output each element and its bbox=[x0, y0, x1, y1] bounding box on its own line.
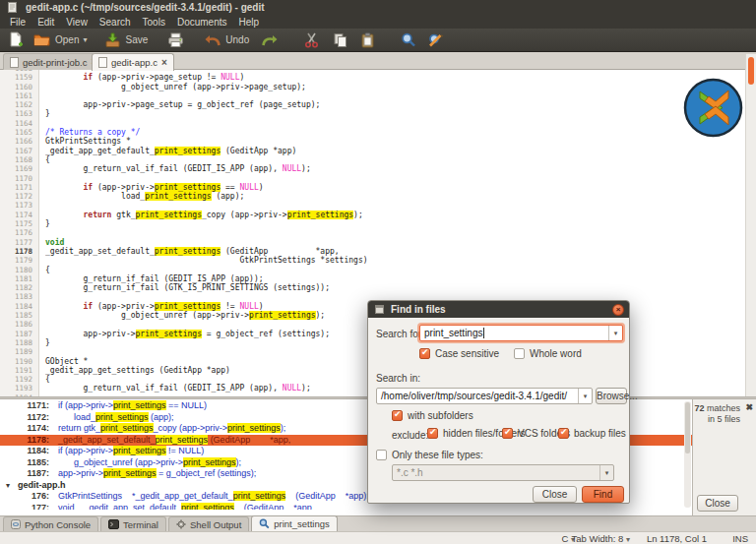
combo-dropdown-button[interactable]: ▾ bbox=[578, 389, 592, 403]
undo-button[interactable]: Undo bbox=[202, 30, 251, 50]
tab-gedit-print-job[interactable]: gedit-print-job.c × bbox=[3, 53, 103, 70]
save-button[interactable]: Save bbox=[102, 30, 150, 50]
dialog-titlebar[interactable]: Find in files × bbox=[368, 301, 629, 318]
code-line[interactable] bbox=[45, 201, 744, 210]
menu-edit[interactable]: Edit bbox=[32, 17, 60, 28]
panel-tab-terminal[interactable]: Terminal bbox=[100, 516, 166, 531]
code-line[interactable]: return gtk_print_settings_copy (app->pri… bbox=[45, 211, 744, 219]
whole-word-option[interactable]: Whole word bbox=[514, 348, 582, 359]
dialog-close-action-button[interactable]: Close bbox=[533, 486, 577, 503]
code-line[interactable]: if (app->priv->page_setup != NULL) bbox=[45, 73, 744, 82]
code-line[interactable]: void bbox=[45, 238, 744, 247]
code-line[interactable]: /* Returns a copy */ bbox=[45, 128, 744, 137]
panel-tab-python-console[interactable]: Python Console bbox=[3, 516, 98, 531]
code-line[interactable]: _gedit_app_set_default_print_settings (G… bbox=[45, 247, 744, 256]
expander-icon[interactable]: ▾ bbox=[6, 480, 18, 492]
result-line-text: void _gedit_app_set_default_print_settin… bbox=[49, 503, 314, 511]
browse-button[interactable]: Browse... bbox=[596, 388, 627, 404]
tab-gedit-app[interactable]: gedit-app.c × bbox=[92, 53, 174, 71]
redo-button[interactable] bbox=[259, 30, 281, 50]
result-line-number: 1178: bbox=[0, 435, 49, 447]
menu-help[interactable]: Help bbox=[232, 17, 265, 28]
code-line[interactable] bbox=[45, 174, 744, 183]
only-file-types-checkbox[interactable] bbox=[376, 450, 387, 460]
combo-dropdown-button[interactable]: ▾ bbox=[608, 326, 622, 340]
editor-scrollbar-thumb[interactable] bbox=[748, 57, 754, 85]
code-line[interactable]: app->priv->page_setup = g_object_ref (pa… bbox=[45, 100, 744, 109]
search-for-combo[interactable]: print_settings ▾ bbox=[419, 325, 623, 341]
new-document-button[interactable] bbox=[6, 30, 26, 50]
find-replace-button[interactable] bbox=[426, 30, 448, 50]
copy-button[interactable] bbox=[331, 30, 350, 50]
code-line[interactable]: { bbox=[45, 266, 744, 274]
panel-tab-shell-output[interactable]: Shell Output bbox=[168, 516, 249, 531]
case-sensitive-option[interactable]: Case sensitive bbox=[419, 348, 499, 359]
tab-width-selector[interactable]: Tab Width: 8 ▾ bbox=[572, 533, 630, 544]
code-line[interactable]: g_return_val_if_fail (GEDIT_IS_APP (app)… bbox=[45, 164, 744, 173]
print-icon bbox=[167, 32, 184, 48]
gear-icon bbox=[176, 519, 186, 529]
case-sensitive-checkbox[interactable] bbox=[419, 348, 430, 359]
find-button[interactable] bbox=[399, 30, 418, 50]
line-number: 1186 bbox=[0, 320, 32, 329]
search-input[interactable]: print_settings bbox=[420, 328, 608, 338]
cut-button[interactable] bbox=[302, 30, 321, 50]
statusbar: C ▾ Tab Width: 8 ▾ Ln 1178, Col 1 INS bbox=[0, 531, 756, 544]
code-line[interactable] bbox=[45, 228, 744, 237]
exclude-vcs-checkbox[interactable] bbox=[502, 428, 513, 439]
results-scrollbar-thumb[interactable] bbox=[685, 402, 690, 453]
search-icon bbox=[259, 518, 270, 529]
code-line[interactable] bbox=[45, 91, 744, 100]
exclude-hidden-checkbox[interactable] bbox=[427, 428, 438, 439]
code-line[interactable]: load_print_settings (app); bbox=[45, 192, 744, 201]
match-count: 72 matches in 5 files bbox=[694, 403, 740, 425]
menu-view[interactable]: View bbox=[60, 17, 94, 28]
titlebar[interactable]: gedit-app.c (~/tmp/sources/gedit-3.4.1/g… bbox=[0, 0, 756, 15]
open-dropdown-caret-icon[interactable]: ▾ bbox=[83, 35, 87, 44]
menu-file[interactable]: File bbox=[4, 17, 32, 28]
menu-tools[interactable]: Tools bbox=[137, 17, 171, 28]
whole-word-checkbox[interactable] bbox=[514, 348, 525, 359]
terminal-icon bbox=[108, 519, 119, 529]
menu-search[interactable]: Search bbox=[94, 17, 137, 28]
dialog-window-icon bbox=[375, 305, 384, 314]
code-line[interactable]: GtkPrintSettings *settings) bbox=[45, 256, 744, 265]
code-line[interactable]: g_return_if_fail (GTK_IS_PRINT_SETTINGS … bbox=[45, 283, 744, 292]
whole-word-label: Whole word bbox=[530, 348, 582, 359]
dialog-find-button[interactable]: Find bbox=[582, 486, 624, 503]
open-button[interactable]: Open ▾ bbox=[32, 30, 89, 50]
menu-documents[interactable]: Documents bbox=[171, 17, 233, 28]
panel-close-icon[interactable]: ✖ bbox=[745, 402, 753, 412]
code-line[interactable]: g_object_unref (app->priv->page_setup); bbox=[45, 83, 744, 91]
exclude-backup-option[interactable]: backup files bbox=[558, 428, 626, 439]
code-line[interactable]: if (app->priv->print_settings == NULL) bbox=[45, 183, 744, 192]
exclude-backup-checkbox[interactable] bbox=[558, 428, 569, 439]
with-subfolders-checkbox[interactable] bbox=[392, 410, 403, 421]
code-line[interactable]: } bbox=[45, 109, 744, 118]
code-line[interactable]: _gedit_app_get_default_print_settings (G… bbox=[45, 147, 744, 155]
result-line-text: return gtk_print_settings_copy (app->pri… bbox=[49, 423, 285, 435]
panel-tab-print-settings-search[interactable]: print_settings bbox=[251, 515, 338, 531]
paste-button[interactable] bbox=[358, 30, 377, 50]
code-line[interactable]: } bbox=[45, 219, 744, 228]
code-line[interactable] bbox=[45, 119, 744, 128]
only-file-types-option[interactable]: Only these file types: bbox=[376, 450, 483, 460]
save-label: Save bbox=[125, 34, 148, 45]
print-button[interactable] bbox=[165, 30, 186, 50]
tab-close-icon[interactable]: × bbox=[161, 58, 167, 68]
result-line-number: 1171: bbox=[0, 400, 49, 412]
editor-scrollbar[interactable] bbox=[745, 54, 756, 396]
insert-mode-indicator: INS bbox=[732, 533, 748, 544]
code-line[interactable]: GtkPrintSettings * bbox=[45, 137, 744, 146]
results-scrollbar[interactable] bbox=[684, 401, 691, 508]
search-path-combo[interactable]: /home/oliver/tmp/sources/gedit-3.4.1/ged… bbox=[376, 388, 593, 404]
code-line[interactable]: g_return_if_fail (GEDIT_IS_APP (app)); bbox=[45, 274, 744, 283]
dialog-close-button[interactable]: × bbox=[612, 304, 624, 316]
find-in-files-dialog: Find in files × Search for: print_settin… bbox=[367, 300, 630, 504]
results-close-button[interactable]: Close bbox=[697, 495, 738, 512]
search-path-value[interactable]: /home/oliver/tmp/sources/gedit-3.4.1/ged… bbox=[377, 391, 578, 401]
with-subfolders-option[interactable]: with subfolders bbox=[392, 410, 473, 421]
code-line[interactable]: { bbox=[45, 155, 744, 164]
panel-tab-label: Python Console bbox=[25, 519, 91, 530]
line-number: 1175 bbox=[0, 219, 32, 228]
